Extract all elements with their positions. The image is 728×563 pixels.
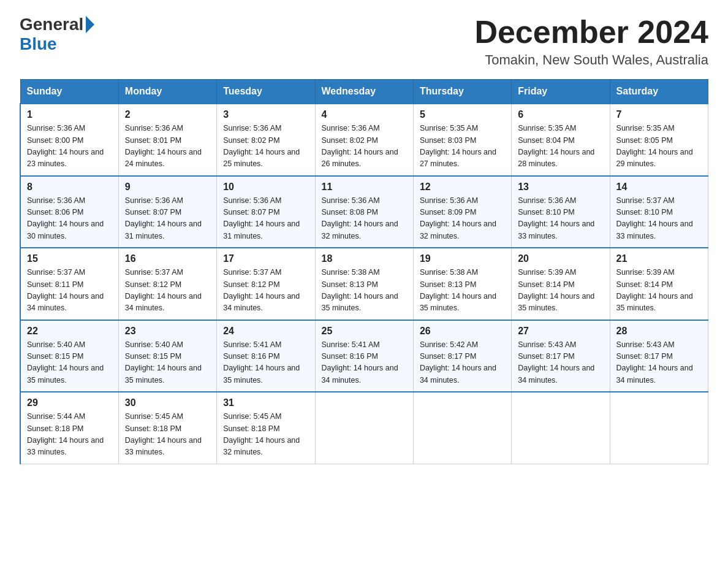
day-info: Sunrise: 5:40 AMSunset: 8:15 PMDaylight:… (125, 339, 210, 387)
sunrise-text: Sunrise: 5:36 AM (27, 196, 85, 205)
daylight-text: Daylight: 14 hours and 33 minutes. (518, 220, 594, 240)
calendar-day-cell: 17Sunrise: 5:37 AMSunset: 8:12 PMDayligh… (217, 248, 315, 320)
day-number: 29 (27, 397, 112, 408)
day-number: 13 (518, 182, 603, 193)
sunrise-text: Sunrise: 5:36 AM (125, 124, 183, 132)
day-number: 11 (322, 182, 407, 193)
sunrise-text: Sunrise: 5:37 AM (223, 268, 281, 277)
day-info: Sunrise: 5:36 AMSunset: 8:02 PMDaylight:… (223, 123, 308, 170)
day-number: 1 (27, 109, 112, 120)
calendar-header-row: SundayMondayTuesdayWednesdayThursdayFrid… (20, 80, 708, 104)
daylight-text: Daylight: 14 hours and 35 minutes. (518, 292, 594, 312)
sunset-text: Sunset: 8:03 PM (420, 136, 476, 145)
day-info: Sunrise: 5:42 AMSunset: 8:17 PMDaylight:… (420, 339, 505, 387)
column-header-tuesday: Tuesday (217, 80, 315, 104)
calendar-day-cell: 24Sunrise: 5:41 AMSunset: 8:16 PMDayligh… (217, 320, 315, 393)
day-info: Sunrise: 5:35 AMSunset: 8:04 PMDaylight:… (518, 123, 603, 170)
day-number: 26 (420, 326, 505, 337)
day-number: 4 (322, 109, 407, 120)
logo-blue-text: Blue (20, 34, 57, 54)
daylight-text: Daylight: 14 hours and 28 minutes. (518, 148, 594, 168)
sunset-text: Sunset: 8:04 PM (518, 136, 574, 145)
calendar-day-cell: 7Sunrise: 5:35 AMSunset: 8:05 PMDaylight… (610, 104, 708, 176)
daylight-text: Daylight: 14 hours and 32 minutes. (322, 220, 398, 240)
day-number: 14 (616, 182, 702, 193)
calendar-day-cell: 25Sunrise: 5:41 AMSunset: 8:16 PMDayligh… (315, 320, 413, 393)
daylight-text: Daylight: 14 hours and 25 minutes. (223, 148, 300, 168)
calendar-day-cell: 11Sunrise: 5:36 AMSunset: 8:08 PMDayligh… (315, 176, 413, 248)
title-section: December 2024 Tomakin, New South Wales, … (474, 15, 708, 68)
month-title: December 2024 (474, 15, 708, 50)
calendar-day-cell: 15Sunrise: 5:37 AMSunset: 8:11 PMDayligh… (20, 248, 118, 320)
sunrise-text: Sunrise: 5:36 AM (223, 196, 281, 205)
day-number: 8 (27, 182, 112, 193)
sunrise-text: Sunrise: 5:37 AM (27, 268, 85, 277)
daylight-text: Daylight: 14 hours and 26 minutes. (322, 148, 398, 168)
daylight-text: Daylight: 14 hours and 34 minutes. (420, 364, 496, 384)
calendar-day-cell: 8Sunrise: 5:36 AMSunset: 8:06 PMDaylight… (20, 176, 118, 248)
sunrise-text: Sunrise: 5:43 AM (518, 340, 576, 349)
sunset-text: Sunset: 8:17 PM (616, 352, 673, 361)
day-info: Sunrise: 5:37 AMSunset: 8:12 PMDaylight:… (125, 267, 210, 315)
day-number: 6 (518, 109, 603, 120)
day-number: 9 (125, 182, 210, 193)
calendar-day-cell: 2Sunrise: 5:36 AMSunset: 8:01 PMDaylight… (118, 104, 216, 176)
calendar-day-cell: 28Sunrise: 5:43 AMSunset: 8:17 PMDayligh… (610, 320, 708, 393)
daylight-text: Daylight: 14 hours and 35 minutes. (27, 364, 104, 384)
sunrise-text: Sunrise: 5:38 AM (322, 268, 380, 277)
column-header-wednesday: Wednesday (315, 80, 413, 104)
sunrise-text: Sunrise: 5:45 AM (125, 412, 183, 421)
logo-general: General (20, 15, 94, 34)
sunset-text: Sunset: 8:13 PM (420, 280, 476, 289)
calendar-day-cell: 18Sunrise: 5:38 AMSunset: 8:13 PMDayligh… (315, 248, 413, 320)
sunset-text: Sunset: 8:18 PM (125, 424, 181, 433)
daylight-text: Daylight: 14 hours and 35 minutes. (223, 364, 300, 384)
daylight-text: Daylight: 14 hours and 35 minutes. (125, 364, 202, 384)
calendar-day-cell: 26Sunrise: 5:42 AMSunset: 8:17 PMDayligh… (413, 320, 511, 393)
sunrise-text: Sunrise: 5:36 AM (518, 196, 576, 205)
day-info: Sunrise: 5:40 AMSunset: 8:15 PMDaylight:… (27, 339, 112, 387)
day-number: 27 (518, 326, 603, 337)
sunset-text: Sunset: 8:18 PM (223, 424, 279, 433)
daylight-text: Daylight: 14 hours and 35 minutes. (616, 292, 693, 312)
sunrise-text: Sunrise: 5:36 AM (420, 196, 478, 205)
daylight-text: Daylight: 14 hours and 35 minutes. (420, 292, 496, 312)
calendar-day-cell: 12Sunrise: 5:36 AMSunset: 8:09 PMDayligh… (413, 176, 511, 248)
day-number: 28 (616, 326, 702, 337)
day-info: Sunrise: 5:36 AMSunset: 8:01 PMDaylight:… (125, 123, 210, 170)
sunset-text: Sunset: 8:15 PM (27, 352, 83, 361)
calendar-day-cell: 22Sunrise: 5:40 AMSunset: 8:15 PMDayligh… (20, 320, 118, 393)
location-title: Tomakin, New South Wales, Australia (474, 52, 708, 68)
day-number: 18 (322, 253, 407, 264)
sunset-text: Sunset: 8:10 PM (616, 208, 673, 216)
sunset-text: Sunset: 8:07 PM (125, 208, 181, 216)
daylight-text: Daylight: 14 hours and 31 minutes. (223, 220, 300, 240)
sunset-text: Sunset: 8:02 PM (322, 136, 378, 145)
calendar-day-cell (413, 392, 511, 464)
sunset-text: Sunset: 8:16 PM (223, 352, 279, 361)
daylight-text: Daylight: 14 hours and 34 minutes. (322, 364, 398, 384)
day-info: Sunrise: 5:35 AMSunset: 8:03 PMDaylight:… (420, 123, 505, 170)
day-info: Sunrise: 5:43 AMSunset: 8:17 PMDaylight:… (616, 339, 702, 387)
calendar-day-cell (315, 392, 413, 464)
sunset-text: Sunset: 8:14 PM (616, 280, 673, 289)
day-info: Sunrise: 5:37 AMSunset: 8:11 PMDaylight:… (27, 267, 112, 315)
sunrise-text: Sunrise: 5:38 AM (420, 268, 478, 277)
calendar-day-cell: 16Sunrise: 5:37 AMSunset: 8:12 PMDayligh… (118, 248, 216, 320)
sunset-text: Sunset: 8:13 PM (322, 280, 378, 289)
daylight-text: Daylight: 14 hours and 33 minutes. (616, 220, 693, 240)
sunrise-text: Sunrise: 5:36 AM (125, 196, 183, 205)
calendar-day-cell: 19Sunrise: 5:38 AMSunset: 8:13 PMDayligh… (413, 248, 511, 320)
day-number: 2 (125, 109, 210, 120)
calendar-day-cell: 29Sunrise: 5:44 AMSunset: 8:18 PMDayligh… (20, 392, 118, 464)
day-number: 17 (223, 253, 308, 264)
day-info: Sunrise: 5:41 AMSunset: 8:16 PMDaylight:… (223, 339, 308, 387)
calendar-day-cell: 6Sunrise: 5:35 AMSunset: 8:04 PMDaylight… (512, 104, 610, 176)
sunset-text: Sunset: 8:06 PM (27, 208, 83, 216)
daylight-text: Daylight: 14 hours and 30 minutes. (27, 220, 104, 240)
daylight-text: Daylight: 14 hours and 33 minutes. (27, 436, 104, 456)
day-number: 31 (223, 397, 308, 408)
calendar-day-cell (610, 392, 708, 464)
sunset-text: Sunset: 8:05 PM (616, 136, 673, 145)
sunset-text: Sunset: 8:18 PM (27, 424, 83, 433)
